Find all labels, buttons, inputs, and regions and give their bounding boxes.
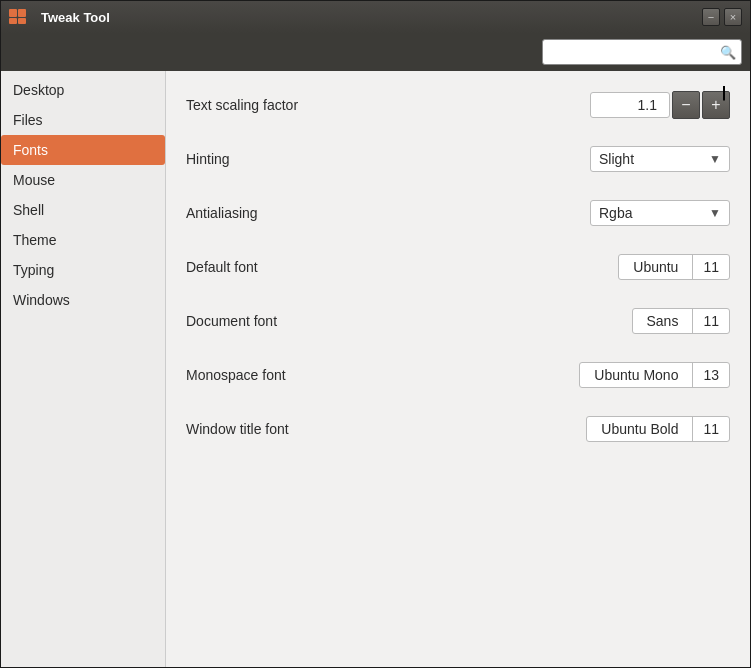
svg-rect-1 — [18, 9, 26, 17]
window-title: Tweak Tool — [41, 10, 110, 25]
label-monospace-font: Monospace font — [186, 367, 579, 383]
row-hinting: Hinting Slight ▼ — [186, 141, 730, 177]
monospace-font-size: 13 — [693, 363, 729, 387]
document-font-name: Sans — [633, 309, 694, 333]
search-icon: 🔍 — [720, 45, 736, 60]
svg-rect-0 — [9, 9, 17, 17]
window-title-font-name: Ubuntu Bold — [587, 417, 693, 441]
main-window: Tweak Tool − × 🔍 Desktop Files Fonts Mou… — [0, 0, 751, 668]
sidebar-item-fonts[interactable]: Fonts — [1, 135, 165, 165]
document-font-size: 11 — [693, 309, 729, 333]
chevron-down-icon-2: ▼ — [709, 206, 721, 220]
control-window-title-font: Ubuntu Bold 11 — [586, 416, 730, 442]
monospace-font-button[interactable]: Ubuntu Mono 13 — [579, 362, 730, 388]
label-antialiasing: Antialiasing — [186, 205, 590, 221]
default-font-button[interactable]: Ubuntu 11 — [618, 254, 730, 280]
minimize-button[interactable]: − — [702, 8, 720, 26]
main-panel: Text scaling factor 1.1 − + Hinting Slig… — [166, 71, 750, 667]
label-default-font: Default font — [186, 259, 618, 275]
window-title-font-size: 11 — [693, 417, 729, 441]
antialiasing-dropdown[interactable]: Rgba ▼ — [590, 200, 730, 226]
svg-rect-3 — [18, 18, 26, 24]
default-font-size: 11 — [693, 255, 729, 279]
control-monospace-font: Ubuntu Mono 13 — [579, 362, 730, 388]
content-area: Desktop Files Fonts Mouse Shell Theme Ty… — [1, 71, 750, 667]
hinting-value: Slight — [599, 151, 634, 167]
row-window-title-font: Window title font Ubuntu Bold 11 — [186, 411, 730, 447]
hinting-dropdown[interactable]: Slight ▼ — [590, 146, 730, 172]
control-hinting: Slight ▼ — [590, 146, 730, 172]
sidebar-item-theme[interactable]: Theme — [1, 225, 165, 255]
row-antialiasing: Antialiasing Rgba ▼ — [186, 195, 730, 231]
sidebar: Desktop Files Fonts Mouse Shell Theme Ty… — [1, 71, 166, 667]
scaling-decrease-button[interactable]: − — [672, 91, 700, 119]
control-document-font: Sans 11 — [632, 308, 731, 334]
svg-rect-2 — [9, 18, 17, 24]
search-wrap: 🔍 — [542, 39, 742, 65]
sidebar-item-windows[interactable]: Windows — [1, 285, 165, 315]
sidebar-item-typing[interactable]: Typing — [1, 255, 165, 285]
window-title-font-button[interactable]: Ubuntu Bold 11 — [586, 416, 730, 442]
label-hinting: Hinting — [186, 151, 590, 167]
label-window-title-font: Window title font — [186, 421, 586, 437]
control-default-font: Ubuntu 11 — [618, 254, 730, 280]
search-bar: 🔍 — [1, 33, 750, 71]
control-antialiasing: Rgba ▼ — [590, 200, 730, 226]
antialiasing-value: Rgba — [599, 205, 632, 221]
search-input[interactable] — [542, 39, 742, 65]
chevron-down-icon: ▼ — [709, 152, 721, 166]
sidebar-item-mouse[interactable]: Mouse — [1, 165, 165, 195]
row-default-font: Default font Ubuntu 11 — [186, 249, 730, 285]
label-text-scaling: Text scaling factor — [186, 97, 590, 113]
label-document-font: Document font — [186, 313, 632, 329]
row-document-font: Document font Sans 11 — [186, 303, 730, 339]
titlebar: Tweak Tool − × — [1, 1, 750, 33]
monospace-font-name: Ubuntu Mono — [580, 363, 693, 387]
row-monospace-font: Monospace font Ubuntu Mono 13 — [186, 357, 730, 393]
control-text-scaling: 1.1 − + — [590, 91, 730, 119]
scaling-value: 1.1 — [590, 92, 670, 118]
close-button[interactable]: × — [724, 8, 742, 26]
scaling-increase-button[interactable]: + — [702, 91, 730, 119]
sidebar-item-desktop[interactable]: Desktop — [1, 75, 165, 105]
window-controls: − × — [702, 8, 742, 26]
default-font-name: Ubuntu — [619, 255, 693, 279]
row-text-scaling: Text scaling factor 1.1 − + — [186, 87, 730, 123]
sidebar-item-files[interactable]: Files — [1, 105, 165, 135]
app-icon — [9, 9, 31, 25]
document-font-button[interactable]: Sans 11 — [632, 308, 731, 334]
sidebar-item-shell[interactable]: Shell — [1, 195, 165, 225]
